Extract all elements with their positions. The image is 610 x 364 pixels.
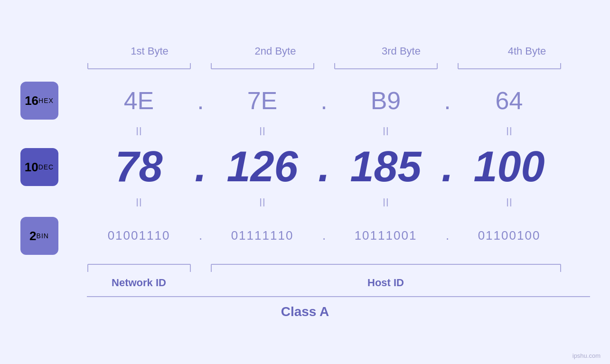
byte-header-4: 4th Byte [475, 45, 579, 57]
byte-headers: 1st Byte 2nd Byte 3rd Byte 4th Byte [87, 45, 590, 57]
bin-badge-label: BIN [37, 232, 49, 240]
bin-val-2: 01111110 [210, 228, 315, 243]
eq-2-4: II [457, 196, 562, 209]
eq-1-4: II [457, 125, 562, 138]
hex-dot-3: . [438, 86, 457, 115]
eq-1-3: II [334, 125, 438, 138]
bracket-top-4 [457, 61, 562, 70]
eq-1-2: II [210, 125, 315, 138]
bin-dot-2: . [315, 228, 334, 243]
top-brackets-row [87, 61, 590, 70]
dec-dot-2: . [315, 142, 334, 191]
dec-val-1: 78 [87, 142, 191, 191]
bin-badge-number: 2 [29, 230, 36, 242]
dec-val-3: 185 [334, 142, 438, 191]
bin-dot-3: . [438, 228, 457, 243]
equals-row-1: II II II II [87, 122, 590, 141]
hex-val-1: 4E [87, 86, 191, 115]
dec-badge: 10 DEC [20, 148, 58, 186]
hex-val-3: B9 [334, 86, 438, 115]
content-area: 16 HEX 4E . 7E . B9 . 64 II II II II [20, 79, 590, 289]
dec-dot-3: . [438, 142, 457, 191]
dec-values-row: 78 . 126 . 185 . 100 [87, 142, 590, 191]
bracket-top-2 [210, 61, 315, 70]
dec-val-2: 126 [210, 142, 315, 191]
eq-2-3: II [334, 196, 438, 209]
hex-dot-1: . [191, 86, 210, 115]
dec-badge-number: 10 [25, 161, 38, 173]
hex-badge: 16 HEX [20, 82, 58, 120]
network-id-label: Network ID [87, 277, 191, 289]
bin-val-3: 10111001 [334, 228, 438, 243]
hex-badge-number: 16 [25, 94, 38, 107]
class-label: Class A [20, 298, 590, 319]
bracket-top-3 [334, 61, 438, 70]
class-footer: Class A [20, 296, 590, 319]
dec-dot-1: . [191, 142, 210, 191]
id-labels-row: Network ID Host ID [87, 277, 590, 289]
hex-values-row: 4E . 7E . B9 . 64 [87, 86, 590, 115]
eq-2-1: II [87, 196, 191, 209]
host-id-label: Host ID [210, 277, 562, 289]
hex-badge-label: HEX [38, 97, 54, 104]
dec-badge-label: DEC [38, 163, 54, 171]
eq-2-2: II [210, 196, 315, 209]
network-id-bracket [87, 263, 191, 274]
dec-row: 10 DEC 78 . 126 . 185 . 100 [87, 141, 590, 193]
bin-values-row: 01001110 . 01111110 . 10111001 . 0110010… [87, 228, 590, 243]
byte-header-3: 3rd Byte [349, 45, 453, 57]
hex-val-4: 64 [457, 86, 562, 115]
equals-row-2: II II II II [87, 193, 590, 212]
bin-val-1: 01001110 [87, 228, 191, 243]
eq-1-1: II [87, 125, 191, 138]
hex-row: 16 HEX 4E . 7E . B9 . 64 [87, 79, 590, 122]
bin-dot-1: . [191, 228, 210, 243]
bracket-top-1 [87, 61, 191, 70]
bin-row: 2 BIN 01001110 . 01111110 . 10111001 . 0… [87, 212, 590, 260]
bin-badge: 2 BIN [20, 217, 58, 255]
host-id-bracket [210, 263, 562, 274]
hex-dot-2: . [315, 86, 334, 115]
byte-header-2: 2nd Byte [223, 45, 328, 57]
bottom-brackets-row [87, 263, 590, 274]
hex-val-2: 7E [210, 86, 315, 115]
dec-val-4: 100 [457, 142, 562, 191]
main-container: 1st Byte 2nd Byte 3rd Byte 4th Byte [20, 45, 590, 319]
byte-header-1: 1st Byte [97, 45, 202, 57]
bin-val-4: 01100100 [457, 228, 562, 243]
watermark: ipshu.com [572, 352, 601, 359]
